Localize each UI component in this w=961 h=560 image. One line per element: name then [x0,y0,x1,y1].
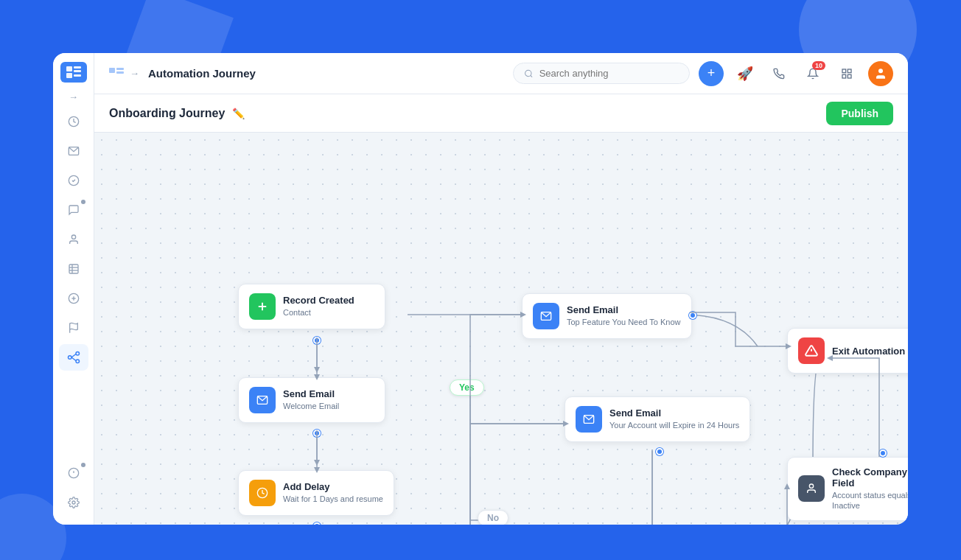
check-company-2-icon [798,475,825,502]
svg-line-20 [71,354,76,358]
exit-automation-title: Exit Automation [832,346,908,357]
svg-rect-33 [842,74,846,78]
node-send-email-expire[interactable]: Send Email Your Account will Expire in 2… [565,396,750,442]
sidebar-item-dollar[interactable] [59,285,88,312]
edit-icon[interactable]: ✏️ [232,108,245,119]
svg-point-18 [76,352,80,356]
node-exit-automation[interactable]: Exit Automation [787,328,908,374]
add-delay-subtitle: Wait for 1 Days and resume [283,494,383,504]
search-bar[interactable] [513,63,690,84]
svg-rect-31 [842,69,846,73]
sidebar-item-more[interactable] [59,460,88,486]
sidebar-item-clock[interactable] [59,108,88,135]
svg-rect-27 [116,68,124,70]
svg-rect-0 [66,66,72,71]
send-email-top-subtitle: Top Feature You Need To Know [567,317,681,327]
add-delay-content: Add Delay Wait for 1 Days and resume [283,481,383,504]
svg-point-8 [71,235,75,239]
app-title: Automation Journey [148,67,504,80]
svg-rect-28 [116,71,124,74]
svg-point-19 [76,360,80,363]
record-created-subtitle: Contact [283,307,374,318]
sidebar-item-chat[interactable] [59,197,88,223]
svg-line-21 [71,357,76,361]
svg-rect-9 [69,265,78,273]
content-area: → Automation Journey + 🚀 10 [94,53,908,525]
sidebar-item-list[interactable] [59,256,88,282]
svg-rect-2 [74,70,81,72]
svg-rect-3 [66,73,72,78]
send-email-welcome-subtitle: Welcome Email [283,401,374,411]
send-email-expire-subtitle: Your Account will Expire in 24 Hours [609,420,739,430]
dot-record-created-bottom [313,337,321,344]
dot-welcome-bottom [313,430,321,437]
exit-automation-icon [798,337,825,364]
send-email-top-content: Send Email Top Feature You Need To Know [567,304,681,327]
record-created-content: Record Created Contact [283,295,374,318]
no-branch-label: No [478,510,509,525]
connector-lines [94,133,908,525]
sidebar-item-check[interactable] [59,167,88,194]
check-company-2-subtitle: Account status equals Inactive [832,490,908,511]
sidebar-item-mail[interactable] [59,138,88,164]
svg-line-30 [531,75,532,77]
add-delay-title: Add Delay [283,481,383,492]
yes-branch-label: Yes [450,379,484,396]
bell-icon[interactable]: 10 [800,61,825,86]
grid-icon[interactable] [834,61,859,86]
sidebar-item-settings[interactable] [59,489,88,516]
svg-marker-37 [314,367,320,373]
topbar-nav: → [109,68,139,80]
send-email-top-icon [533,303,559,329]
publish-button[interactable]: Publish [826,102,893,125]
record-created-title: Record Created [283,295,374,306]
svg-rect-34 [848,74,851,78]
svg-point-17 [68,356,71,360]
journey-header: Onboarding Journey ✏️ Publish [94,94,908,133]
svg-rect-4 [74,74,81,77]
svg-point-55 [809,484,813,488]
journey-title: Onboarding Journey [109,107,225,120]
svg-point-35 [878,69,883,73]
send-email-expire-title: Send Email [609,407,739,419]
sidebar-logo[interactable] [60,62,87,83]
send-email-welcome-icon [249,387,276,413]
sidebar-item-user[interactable] [59,226,88,253]
send-email-welcome-title: Send Email [283,388,374,399]
dot-expire-bottom [656,448,663,455]
search-input[interactable] [539,68,679,79]
check-company-2-title: Check Company Field [832,466,908,489]
record-created-icon [249,293,276,320]
sidebar-item-flow[interactable] [59,344,88,371]
add-delay-icon [249,480,276,506]
exit-automation-content: Exit Automation [832,346,908,357]
dot-top-feature-right [689,312,696,319]
user-avatar[interactable] [868,61,893,86]
dot-check2-top [879,449,887,457]
sidebar-item-flag[interactable] [59,315,88,341]
node-send-email-top-feature[interactable]: Send Email Top Feature You Need To Know [522,293,692,339]
svg-point-29 [525,70,531,76]
check-company-2-content: Check Company Field Account status equal… [832,466,908,511]
svg-point-25 [72,501,75,504]
extra-connectors [94,133,908,525]
add-button[interactable]: + [699,61,724,86]
dot-delay-bottom [313,522,321,525]
svg-rect-32 [848,69,851,73]
node-record-created[interactable]: Record Created Contact [238,284,385,329]
node-add-delay[interactable]: Add Delay Wait for 1 Days and resume [238,470,394,516]
canvas: Record Created Contact Send Email Welcom… [94,133,908,525]
svg-rect-26 [109,68,115,73]
node-check-company-2[interactable]: Check Company Field Account status equal… [787,457,908,521]
send-email-welcome-content: Send Email Welcome Email [283,388,374,411]
main-container: → [53,53,908,525]
phone-icon[interactable] [766,61,791,86]
svg-marker-39 [314,460,320,466]
node-send-email-welcome[interactable]: Send Email Welcome Email [238,377,385,423]
notification-badge: 10 [812,61,825,70]
search-icon [524,69,534,79]
rocket-icon[interactable]: 🚀 [733,61,758,86]
send-email-top-title: Send Email [567,304,681,315]
svg-rect-1 [74,66,81,69]
topbar: → Automation Journey + 🚀 10 [94,53,908,94]
